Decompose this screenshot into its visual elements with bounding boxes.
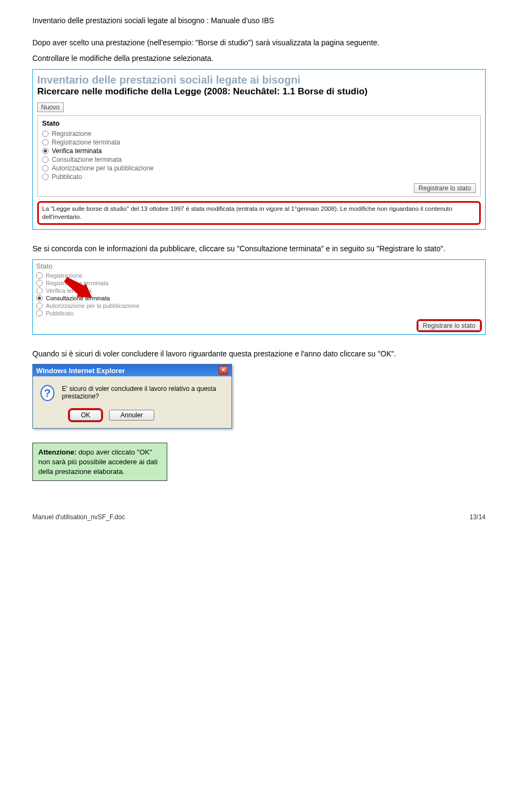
screenshot-2: Stato RegistrazioneRegistrazione termina… (32, 259, 486, 335)
radio-icon (36, 295, 43, 301)
radio-label: Pubblicato (52, 173, 82, 181)
page-footer: Manuel d'utilisation_nvSF_F.doc 13/14 (32, 513, 486, 521)
ss1-subhead: Ricercare nelle modifiche della Legge (2… (37, 86, 481, 97)
stato-label: Stato (42, 119, 476, 127)
body-paragraph-4: Quando si è sicuri di voler concludere i… (32, 349, 486, 359)
radio-label: Pubblicato (46, 310, 73, 316)
doc-header: Inventario delle prestazioni sociali leg… (32, 16, 486, 25)
radio-option[interactable]: Consultazione terminata (42, 155, 476, 164)
radio-icon (42, 130, 49, 137)
body-paragraph-1: Dopo aver scelto una prestazione (nell'e… (32, 38, 486, 48)
radio-option[interactable]: Autorizzazione per la pubblicazione (36, 302, 482, 309)
radio-option[interactable]: Registrazione terminata (36, 279, 482, 287)
radio-icon (42, 165, 49, 171)
cancel-button[interactable]: Annuler (109, 410, 154, 421)
radio-label: Registrazione terminata (52, 139, 120, 146)
dialog-title-text: Windows Internet Explorer (36, 367, 125, 375)
radio-icon (42, 148, 49, 154)
question-icon: ? (40, 385, 54, 401)
close-icon[interactable]: × (219, 366, 228, 375)
radio-option[interactable]: Registrazione terminata (42, 138, 476, 147)
radio-option[interactable]: Autorizzazione per la pubblicazione (42, 164, 476, 173)
radio-icon (42, 139, 49, 146)
ss1-headline: Inventario delle prestazioni sociali leg… (37, 74, 481, 86)
attention-note: Attenzione: dopo aver cliccato "OK" non … (32, 443, 167, 481)
dialog-message: E' sicuro di voler concludere il lavoro … (62, 385, 224, 400)
radio-group-1: RegistrazioneRegistrazione terminataVeri… (42, 129, 476, 181)
radio-option[interactable]: Pubblicato (42, 173, 476, 181)
footer-page-number: 13/14 (469, 513, 486, 521)
body-paragraph-3: Se si concorda con le informazioni da pu… (32, 244, 486, 254)
stato-label-2: Stato (36, 262, 482, 270)
register-state-button[interactable]: Registrare lo stato (414, 183, 476, 193)
radio-group-2: RegistrazioneRegistrazione terminataVeri… (36, 272, 482, 317)
radio-icon (42, 156, 49, 163)
footer-filename: Manuel d'utilisation_nvSF_F.doc (32, 513, 125, 521)
confirm-dialog: Windows Internet Explorer × ? E' sicuro … (32, 364, 232, 429)
radio-option[interactable]: Consultazione terminata (36, 294, 482, 302)
highlighted-modification-text: La "Legge sulle borse di studio" del 13 … (37, 201, 481, 225)
radio-option[interactable]: Pubblicato (36, 309, 482, 317)
radio-option[interactable]: Verifica terminata (42, 147, 476, 155)
radio-icon (42, 174, 49, 180)
body-paragraph-2: Controllare le modifiche della prestazio… (32, 53, 486, 64)
nuovo-button[interactable]: Nuovo (37, 102, 64, 112)
note-bold: Attenzione: (38, 448, 77, 456)
stato-panel: Stato RegistrazioneRegistrazione termina… (37, 115, 481, 197)
radio-option[interactable]: Verifica terminata (36, 287, 482, 294)
radio-option[interactable]: Registrazione (42, 129, 476, 138)
screenshot-1: Inventario delle prestazioni sociali leg… (32, 69, 486, 230)
radio-icon (36, 287, 43, 294)
radio-option[interactable]: Registrazione (36, 272, 482, 279)
radio-icon (36, 310, 43, 316)
radio-icon (36, 280, 43, 286)
register-state-button-2[interactable]: Registrare lo stato (418, 321, 480, 331)
ok-button[interactable]: OK (70, 410, 101, 421)
register-state-highlight: Registrare lo stato (417, 319, 482, 332)
radio-icon (36, 302, 43, 309)
radio-label: Consultazione terminata (52, 156, 121, 163)
dialog-titlebar: Windows Internet Explorer × (33, 364, 231, 376)
radio-label: Verifica terminata (52, 147, 102, 155)
radio-label: Autorizzazione per la pubblicazione (46, 302, 139, 309)
radio-label: Autorizzazione per la pubblicazione (52, 164, 154, 172)
radio-label: Registrazione (52, 130, 91, 137)
radio-icon (36, 272, 43, 279)
